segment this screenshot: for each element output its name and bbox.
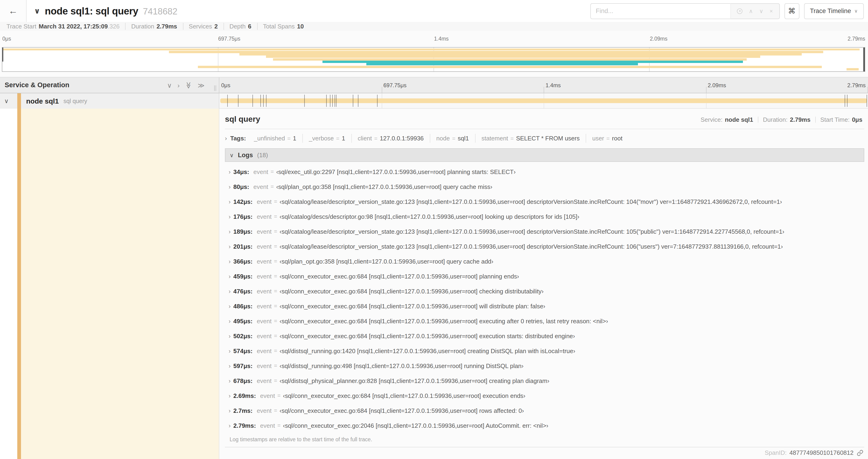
span-id-label: SpanID: — [765, 449, 786, 456]
chevron-right-icon[interactable]: › — [226, 258, 233, 265]
collapse-children-chevron-icon[interactable]: ∨ — [4, 97, 9, 104]
log-entry[interactable]: › 495μs: event = ‹sql/conn_executor_exec… — [226, 314, 864, 328]
span-id-footer: SpanID: 4877749850101760812 — [765, 449, 863, 456]
chevron-right-icon[interactable]: › — [226, 228, 233, 235]
start-time-label: Start Time: — [820, 116, 849, 123]
log-timestamp: 80μs: — [233, 183, 249, 190]
log-entry[interactable]: › 176μs: event = ‹sql/catalog/descs/desc… — [226, 209, 864, 224]
log-entry[interactable]: › 201μs: event = ‹sql/catalog/lease/desc… — [226, 239, 864, 254]
log-entry[interactable]: › 502μs: event = ‹sql/conn_executor_exec… — [226, 328, 864, 343]
logs-list: › 34μs: event = ‹sql/exec_util.go:2297 [… — [225, 162, 864, 433]
chevron-right-icon[interactable]: › — [226, 213, 233, 220]
log-entry[interactable]: › 80μs: event = ‹sql/plan_opt.go:358 [ns… — [226, 179, 864, 194]
chevron-right-icon[interactable]: › — [178, 82, 180, 88]
log-entry[interactable]: › 34μs: event = ‹sql/exec_util.go:2297 [… — [226, 164, 864, 179]
equals-sign: = — [336, 135, 340, 142]
log-marker-tick — [332, 95, 333, 107]
minimap-span-bar — [266, 56, 761, 58]
span-detail-header: sql query Service: node sql1 Duration: 2… — [225, 109, 864, 129]
tag-item: statement = SELECT * FROM users — [475, 134, 586, 143]
chevron-right-icon[interactable]: › — [226, 347, 233, 354]
view-dropdown-button[interactable]: Trace Timeline ∨ — [804, 3, 864, 19]
collapse-trace-chevron-icon[interactable]: ∨ — [34, 6, 40, 15]
chevron-right-icon[interactable]: › — [226, 422, 233, 429]
log-field-key: event — [257, 347, 272, 354]
chevron-right-icon[interactable]: › — [226, 243, 233, 250]
minimap-canvas[interactable] — [2, 47, 865, 72]
view-dropdown-label: Trace Timeline — [810, 7, 851, 14]
locate-icon[interactable] — [737, 8, 742, 14]
prev-result-button[interactable]: ∧ — [749, 8, 753, 14]
log-entry[interactable]: › 486μs: event = ‹sql/conn_executor_exec… — [226, 299, 864, 314]
span-row-timeline[interactable] — [219, 93, 868, 109]
log-entry[interactable]: › 2.7ms: event = ‹sql/conn_executor_exec… — [226, 403, 864, 418]
chevron-right-icon[interactable]: › — [226, 183, 233, 190]
log-marker-tick — [305, 95, 305, 107]
next-result-button[interactable]: ∨ — [759, 8, 764, 14]
span-detail-left-column — [0, 109, 219, 459]
ruler-tick-label: 0μs — [221, 82, 230, 88]
find-input[interactable] — [590, 3, 730, 19]
log-timestamp: 597μs: — [233, 362, 252, 369]
span-row-name-column[interactable]: ∨ node sql1 sql query — [0, 93, 219, 109]
chevron-right-icon: › — [225, 135, 227, 142]
minimap-right-scrubber[interactable] — [863, 47, 865, 71]
log-timestamp: 459μs: — [233, 273, 252, 280]
column-resizer-grip[interactable] — [214, 85, 216, 91]
chevron-right-icon[interactable]: › — [226, 392, 233, 399]
log-marker-tick — [227, 95, 228, 107]
log-entry[interactable]: › 574μs: event = ‹sql/distsql_running.go… — [226, 343, 864, 358]
chevron-right-icon[interactable]: › — [226, 288, 233, 295]
chevron-right-icon[interactable]: › — [226, 168, 233, 175]
service-operation-header: Service & Operation ∨ › ≫ ≫ — [0, 77, 219, 93]
log-entry[interactable]: › 476μs: event = ‹sql/conn_executor_exec… — [226, 284, 864, 299]
log-entry[interactable]: › 366μs: event = ‹sql/plan_opt.go:358 [n… — [226, 254, 864, 269]
tags-accordian[interactable]: › Tags: _unfinished = 1 _verbose = 1 cl — [225, 134, 864, 143]
link-icon[interactable] — [857, 450, 863, 456]
chevron-right-icon[interactable]: › — [226, 273, 233, 280]
span-duration-bar[interactable] — [220, 98, 867, 103]
summary-label: Duration — [131, 23, 154, 30]
logs-header[interactable]: ∨ Logs (18) — [225, 148, 864, 162]
chevron-right-icon[interactable]: › — [226, 407, 233, 414]
back-button[interactable]: ← — [0, 0, 27, 22]
equals-sign: = — [271, 168, 274, 175]
chevron-right-icon[interactable]: › — [226, 332, 233, 339]
summary-value: 2 — [214, 23, 218, 30]
log-entry[interactable]: › 142μs: event = ‹sql/catalog/lease/desc… — [226, 194, 864, 209]
summary-value: March 31 2022, 17:25:09.326 — [39, 23, 120, 30]
equals-sign: = — [274, 273, 277, 280]
chevron-right-icon[interactable]: › — [226, 302, 233, 309]
shortcuts-button[interactable]: ⌘ — [784, 3, 799, 19]
log-entry[interactable]: › 597μs: event = ‹sql/distsql_running.go… — [226, 358, 864, 373]
double-chevron-right-icon[interactable]: ≫ — [198, 82, 205, 88]
log-entry[interactable]: › 459μs: event = ‹sql/conn_executor_exec… — [226, 269, 864, 284]
equals-sign: = — [374, 135, 377, 142]
log-marker-tick — [358, 95, 359, 107]
tag-value: 1 — [342, 135, 345, 142]
minimap-left-scrubber[interactable] — [2, 47, 3, 61]
log-marker-tick — [238, 95, 239, 107]
log-field-value: ‹sql/conn_executor_exec.go:2046 [nsql1,c… — [283, 422, 549, 429]
minimap-tick-label: 0μs — [2, 36, 11, 41]
log-entry[interactable]: › 2.69ms: event = ‹sql/conn_executor_exe… — [226, 388, 864, 403]
chevron-right-icon[interactable]: › — [226, 362, 233, 369]
trace-title-group: ∨ node sql1: sql query 7418682 — [27, 5, 177, 17]
chevron-down-icon[interactable]: ∨ — [167, 82, 172, 88]
double-chevron-down-icon[interactable]: ≫ — [186, 81, 192, 88]
equals-sign: = — [274, 213, 277, 220]
equals-sign: = — [607, 135, 610, 142]
trace-minimap: 0μs697.75μs1.4ms2.09ms2.79ms — [0, 31, 868, 77]
log-entry[interactable]: › 678μs: event = ‹sql/distsql_physical_p… — [226, 373, 864, 388]
chevron-right-icon[interactable]: › — [226, 318, 233, 324]
span-row[interactable]: ∨ node sql1 sql query — [0, 93, 868, 109]
log-entry[interactable]: › 189μs: event = ‹sql/catalog/lease/desc… — [226, 224, 864, 239]
equals-sign: = — [274, 362, 277, 369]
log-entry[interactable]: › 2.79ms: event = ‹sql/conn_executor_exe… — [226, 418, 864, 433]
chevron-right-icon[interactable]: › — [226, 198, 233, 205]
clear-search-button[interactable]: × — [770, 8, 773, 14]
log-marker-tick — [263, 95, 264, 107]
log-timestamp: 142μs: — [233, 198, 252, 205]
command-icon: ⌘ — [788, 6, 796, 15]
chevron-right-icon[interactable]: › — [226, 377, 233, 384]
